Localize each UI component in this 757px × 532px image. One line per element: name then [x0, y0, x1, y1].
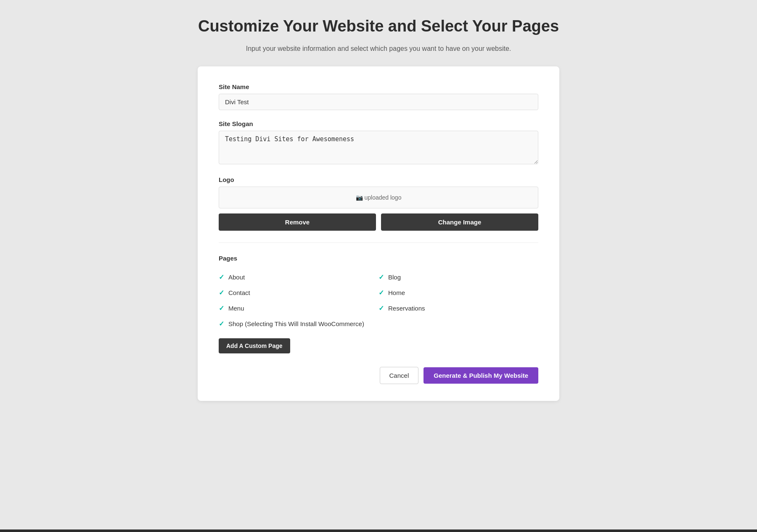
logo-group: Logo 📷 uploaded logo Remove Change Image	[219, 176, 538, 231]
check-icon: ✓	[219, 289, 224, 297]
list-item: ✓ Shop (Selecting This Will Install WooC…	[219, 316, 378, 332]
cancel-button[interactable]: Cancel	[380, 367, 419, 384]
list-item: ✓ Blog	[378, 269, 538, 285]
page-item-label: Shop (Selecting This Will Install WooCom…	[228, 319, 364, 328]
logo-preview: 📷 uploaded logo	[219, 187, 538, 208]
change-image-button[interactable]: Change Image	[381, 213, 538, 231]
logo-preview-text: 📷 uploaded logo	[356, 194, 402, 201]
pages-col-left: ✓ About ✓ Contact ✓ Menu ✓ Shop (Selecti…	[219, 269, 378, 332]
check-icon: ✓	[378, 289, 384, 297]
site-name-label: Site Name	[219, 83, 538, 90]
site-name-group: Site Name	[219, 83, 538, 110]
logo-buttons: Remove Change Image	[219, 213, 538, 231]
page-item-label: Menu	[228, 304, 244, 313]
pages-group: Pages ✓ About ✓ Contact ✓ Menu ✓ Shop	[219, 255, 538, 353]
site-name-input[interactable]	[219, 94, 538, 110]
list-item: ✓ About	[219, 269, 378, 285]
check-icon: ✓	[378, 304, 384, 312]
page-subtitle: Input your website information and selec…	[198, 44, 559, 54]
page-header: Customize Your Website and Select Your P…	[198, 17, 559, 54]
page-item-label: Blog	[388, 273, 401, 282]
form-actions: Cancel Generate & Publish My Website	[219, 367, 538, 384]
bottom-bar	[0, 529, 757, 532]
site-slogan-input[interactable]: Testing Divi Sites for Awesomeness	[219, 131, 538, 164]
check-icon: ✓	[378, 273, 384, 281]
pages-col-right: ✓ Blog ✓ Home ✓ Reservations	[378, 269, 538, 332]
page-item-label: About	[228, 273, 245, 282]
generate-publish-button[interactable]: Generate & Publish My Website	[423, 367, 538, 384]
page-title: Customize Your Website and Select Your P…	[198, 17, 559, 36]
list-item: ✓ Menu	[219, 300, 378, 316]
list-item: ✓ Contact	[219, 285, 378, 300]
form-card: Site Name Site Slogan Testing Divi Sites…	[198, 66, 559, 401]
check-icon: ✓	[219, 304, 224, 312]
check-icon: ✓	[219, 273, 224, 281]
divider	[219, 242, 538, 243]
site-slogan-label: Site Slogan	[219, 120, 538, 127]
site-slogan-group: Site Slogan Testing Divi Sites for Aweso…	[219, 120, 538, 166]
list-item: ✓ Home	[378, 285, 538, 300]
logo-label: Logo	[219, 176, 538, 183]
page-item-label: Contact	[228, 288, 250, 297]
remove-button[interactable]: Remove	[219, 213, 376, 231]
page-item-label: Reservations	[388, 304, 425, 313]
pages-grid: ✓ About ✓ Contact ✓ Menu ✓ Shop (Selecti…	[219, 269, 538, 332]
add-custom-page-button[interactable]: Add A Custom Page	[219, 338, 290, 353]
list-item: ✓ Reservations	[378, 300, 538, 316]
pages-label: Pages	[219, 255, 538, 262]
page-item-label: Home	[388, 288, 405, 297]
check-icon: ✓	[219, 320, 224, 328]
